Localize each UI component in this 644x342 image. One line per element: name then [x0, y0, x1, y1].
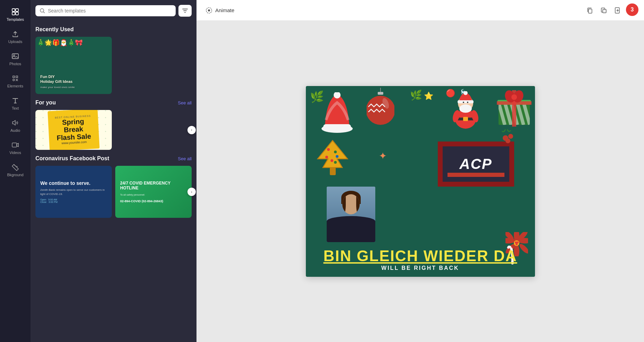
grid-icon [11, 8, 19, 16]
notification-badge[interactable]: 3 [626, 3, 638, 16]
covid-serve-hours: Open 9:00 AMClose 3:00 PM [40, 198, 107, 203]
for-you-grid: Best Online Business SpringBreakFlash Sa… [35, 110, 192, 150]
sidebar-item-elements[interactable]: Elements [0, 70, 31, 92]
svg-rect-21 [378, 92, 383, 95]
covid-grid: We continue to serve. Zenith Bank remain… [35, 166, 192, 218]
acp-stripe [448, 173, 504, 177]
top-bar-actions [584, 5, 623, 16]
berries-decoration [500, 128, 518, 146]
canvas-wrapper: 🌿 ⭐ 🌿 [306, 86, 535, 277]
sidebar-label-photos: Photos [9, 62, 21, 66]
recently-used-title: Recently Used [35, 26, 74, 33]
preview-icons: 🎄🌟🎁🎅🎄🎀 [37, 39, 110, 46]
acp-frame-border: ACP [438, 142, 514, 187]
sidebar-item-uploads[interactable]: Uploads [0, 26, 31, 48]
search-bar [31, 0, 196, 21]
sidebar-label-uploads: Uploads [8, 40, 22, 44]
xmas-ornament [367, 88, 394, 127]
preview-text: Fun DIYHoliday Gift Ideas make your love… [40, 74, 75, 89]
xmas-hat [320, 92, 354, 135]
covid-hotline-body: To all safety personnel: [120, 193, 187, 197]
main-headline: BIN GLEICH WIEDER DA [320, 248, 521, 264]
svg-rect-1 [16, 9, 18, 11]
gift-box [497, 90, 532, 128]
sidebar-label-templates: Templates [7, 17, 24, 22]
svg-point-53 [508, 134, 513, 139]
carousel-arrow-right[interactable]: › [187, 126, 196, 134]
svg-point-50 [334, 161, 337, 164]
svg-rect-2 [12, 12, 15, 15]
for-you-title: For you [35, 100, 56, 106]
svg-point-30 [463, 102, 464, 103]
sidebar-item-photos[interactable]: Photos [0, 48, 31, 70]
svg-rect-4 [12, 54, 18, 59]
animate-icon [206, 7, 212, 14]
search-input[interactable] [48, 8, 172, 14]
star-burst: ✦ [379, 150, 387, 162]
sidebar-label-background: Bkground [7, 173, 23, 177]
top-bar: Animate [196, 0, 644, 21]
svg-rect-13 [588, 9, 592, 13]
add-page-button[interactable] [612, 5, 623, 16]
design-canvas[interactable]: 🌿 ⭐ 🌿 [306, 86, 535, 277]
for-you-see-all[interactable]: See all [178, 100, 192, 105]
acp-frame: ACP [438, 142, 514, 187]
spring-break-inner: Best Online Business SpringBreakFlash Sa… [48, 110, 99, 150]
svg-rect-44 [330, 168, 336, 175]
videos-icon [11, 141, 19, 149]
sidebar-label-text: Text [12, 106, 19, 110]
sidebar-item-text[interactable]: Text [0, 92, 31, 114]
animate-button[interactable]: Animate [202, 5, 238, 16]
covid-serve-body: Zenith Bank remains open to serve our cu… [40, 188, 107, 196]
sidebar-item-background[interactable]: Bkground [0, 159, 31, 181]
filter-icon [182, 8, 188, 14]
hair-left [342, 194, 346, 214]
svg-point-5 [14, 55, 15, 56]
svg-rect-28 [458, 100, 474, 103]
templates-panel: Recently Used 🎄🌟🎁🎅🎄🎀 Fun DIYHoliday Gift… [31, 0, 196, 342]
sub-headline: WILL BE RIGHT BACK [320, 265, 521, 271]
copy-button[interactable] [584, 5, 595, 16]
coronavirus-header: Coronavirus Facebook Post See all [35, 155, 192, 162]
hair-right [356, 194, 360, 214]
svg-rect-26 [463, 117, 468, 121]
svg-point-54 [505, 138, 510, 143]
svg-point-49 [331, 159, 333, 162]
santa-figure [450, 91, 481, 131]
photo-icon [11, 52, 19, 60]
filter-button[interactable] [178, 5, 192, 17]
svg-point-47 [325, 156, 328, 159]
search-input-wrap[interactable] [35, 5, 176, 16]
covid-card-hotline[interactable]: 24/7 COVID EMERGENCY HOTLINE To all safe… [115, 166, 192, 218]
template-card-spring-break[interactable]: Best Online Business SpringBreakFlash Sa… [35, 110, 112, 150]
covid-carousel-arrow-right[interactable]: › [187, 188, 196, 196]
covid-hotline-phone: 02-894-COVID (02-894-26843) [120, 199, 187, 203]
covid-card-serve[interactable]: We continue to serve. Zenith Bank remain… [35, 166, 112, 218]
svg-point-32 [459, 104, 472, 113]
svg-rect-39 [497, 101, 532, 105]
sidebar-item-audio[interactable]: Audio [0, 114, 31, 137]
sidebar-label-elements: Elements [7, 84, 23, 88]
covid-serve-title: We continue to serve. [40, 180, 107, 186]
spring-main-text: SpringBreakFlash Sale [55, 117, 92, 142]
sidebar-item-videos[interactable]: Videos [0, 137, 31, 159]
coronavirus-title: Coronavirus Facebook Post [35, 155, 109, 162]
recently-used-card[interactable]: 🎄🌟🎁🎅🎄🎀 Fun DIYHoliday Gift Ideas make yo… [35, 37, 112, 94]
covid-hotline-title: 24/7 COVID EMERGENCY HOTLINE [120, 181, 187, 191]
text-icon [11, 96, 19, 105]
svg-point-46 [334, 151, 337, 153]
star-top: ⭐ [424, 92, 433, 101]
main-area: Animate [196, 0, 644, 342]
holly-mid: 🌿 [410, 89, 422, 101]
duplicate-button[interactable] [598, 5, 609, 16]
sidebar-item-templates[interactable]: Templates [0, 3, 31, 26]
svg-point-22 [367, 96, 394, 125]
coronavirus-see-all[interactable]: See all [178, 156, 192, 161]
audio-icon [11, 119, 19, 127]
svg-rect-7 [12, 143, 17, 147]
add-page-icon [614, 7, 621, 14]
svg-point-12 [208, 9, 210, 11]
svg-point-42 [511, 94, 517, 100]
bottom-text-area: BIN GLEICH WIEDER DA WILL BE RIGHT BACK [306, 243, 535, 277]
background-icon [11, 163, 19, 171]
